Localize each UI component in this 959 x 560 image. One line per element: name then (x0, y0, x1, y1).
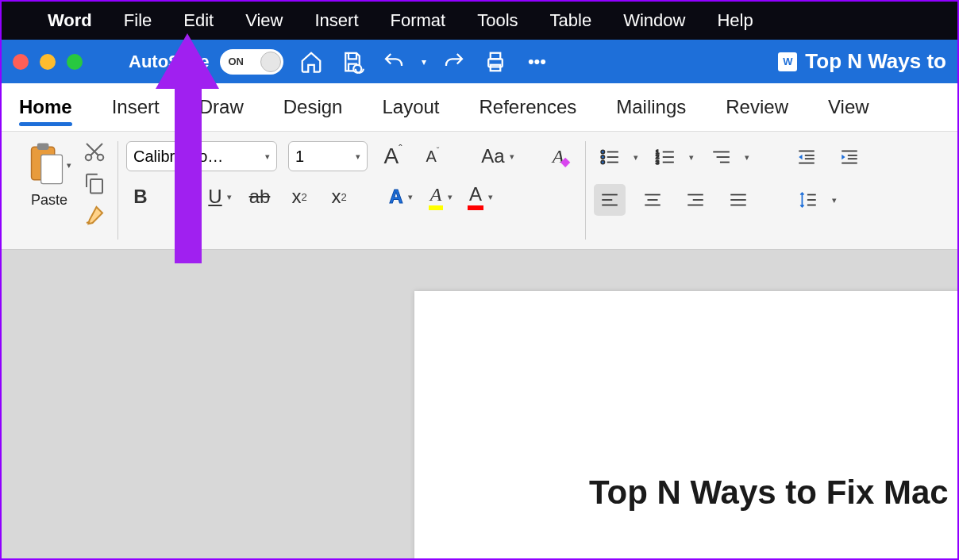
tab-draw[interactable]: Draw (199, 96, 244, 118)
tab-references[interactable]: References (480, 96, 577, 118)
menu-window[interactable]: Window (623, 10, 685, 31)
menu-insert[interactable]: Insert (314, 10, 358, 31)
bullets-dropdown[interactable]: ▾ (634, 152, 638, 163)
svg-point-10 (601, 150, 604, 153)
document-heading[interactable]: Top N Ways to Fix Mac (589, 474, 959, 512)
svg-point-12 (601, 155, 604, 159)
superscript-button[interactable]: x2 (325, 182, 353, 211)
svg-rect-3 (491, 64, 501, 71)
document-canvas[interactable]: Top N Ways to Fix Mac (2, 250, 957, 558)
minimize-window-button[interactable] (40, 54, 56, 70)
autosave-state: ON (228, 56, 244, 67)
menu-table[interactable]: Table (550, 10, 592, 31)
autosave-label: AutoSave (129, 52, 209, 72)
menu-tools[interactable]: Tools (477, 10, 518, 31)
autosave-toggle[interactable]: ON (220, 49, 283, 75)
undo-dropdown[interactable]: ▾ (422, 56, 426, 67)
font-color-button[interactable]: A▾ (466, 182, 495, 211)
align-center-button[interactable] (637, 184, 668, 216)
bullets-button[interactable] (594, 141, 626, 173)
undo-icon[interactable] (380, 48, 407, 75)
print-icon[interactable] (482, 48, 509, 75)
mac-menubar: Word File Edit View Insert Format Tools … (2, 2, 957, 40)
svg-rect-5 (37, 143, 49, 150)
line-spacing-dropdown[interactable]: ▾ (832, 195, 837, 205)
text-effects-button[interactable]: A▾ (387, 182, 415, 211)
tab-home[interactable]: Home (19, 96, 72, 118)
align-left-button[interactable] (594, 184, 626, 216)
svg-rect-2 (491, 52, 501, 59)
ribbon-tabs: Home Insert Draw Design Layout Reference… (2, 83, 957, 131)
toggle-knob (260, 52, 281, 72)
multilevel-list-button[interactable] (705, 141, 737, 173)
line-spacing-button[interactable] (792, 184, 824, 216)
ribbon: ▾ Paste Calibri (Bo…▾ 1▾ Aˆ Aˇ Aa▾ A◆ (2, 131, 957, 250)
font-size-select[interactable]: 1▾ (288, 141, 368, 171)
document-title-text: Top N Ways to (805, 49, 946, 74)
autosave-control: AutoSave ON (129, 49, 283, 75)
document-title[interactable]: W Top N Ways to (778, 49, 946, 74)
paste-label: Paste (31, 192, 67, 209)
document-page[interactable]: Top N Ways to Fix Mac (414, 291, 959, 560)
justify-button[interactable] (722, 184, 754, 216)
paragraph-group: ▾ 123▾ ▾ ▾ (586, 136, 873, 244)
italic-button[interactable]: I (166, 182, 194, 211)
word-file-icon: W (778, 52, 797, 71)
menu-file[interactable]: File (124, 10, 152, 31)
highlight-button[interactable]: A▾ (426, 182, 455, 211)
clear-formatting-button[interactable]: A◆ (549, 142, 577, 171)
copy-icon[interactable] (83, 171, 106, 198)
numbering-button[interactable]: 123 (649, 141, 681, 173)
bold-button[interactable]: B (126, 182, 155, 211)
svg-rect-6 (41, 155, 63, 184)
tab-mailings[interactable]: Mailings (616, 96, 686, 118)
font-size-value: 1 (295, 148, 304, 166)
clipboard-group: ▾ Paste (10, 136, 117, 244)
tab-insert[interactable]: Insert (112, 96, 160, 118)
tab-review[interactable]: Review (726, 96, 788, 118)
shrink-font-button[interactable]: Aˇ (418, 142, 447, 171)
grow-font-button[interactable]: Aˆ (379, 142, 407, 171)
home-icon[interactable] (298, 48, 325, 75)
numbering-dropdown[interactable]: ▾ (689, 152, 694, 163)
menu-format[interactable]: Format (391, 10, 446, 31)
redo-icon[interactable] (441, 48, 468, 75)
font-group: Calibri (Bo…▾ 1▾ Aˆ Aˇ Aa▾ A◆ B I U▾ ab … (118, 136, 585, 244)
menu-help[interactable]: Help (717, 10, 753, 31)
tab-view[interactable]: View (828, 96, 869, 118)
fullscreen-window-button[interactable] (67, 54, 83, 70)
save-icon[interactable] (339, 48, 366, 75)
increase-indent-button[interactable] (834, 141, 865, 173)
tab-design[interactable]: Design (283, 96, 343, 118)
subscript-button[interactable]: x2 (285, 182, 314, 211)
paste-icon[interactable] (27, 141, 67, 189)
app-menu[interactable]: Word (48, 10, 92, 31)
change-case-button[interactable]: Aa▾ (483, 142, 512, 171)
menu-edit[interactable]: Edit (183, 10, 214, 31)
cut-icon[interactable] (83, 140, 106, 167)
decrease-indent-button[interactable] (791, 141, 822, 173)
font-family-select[interactable]: Calibri (Bo…▾ (126, 141, 277, 171)
multilevel-dropdown[interactable]: ▾ (745, 152, 749, 163)
svg-rect-9 (91, 179, 102, 194)
font-family-value: Calibri (Bo… (133, 148, 223, 166)
close-window-button[interactable] (13, 54, 29, 70)
tab-layout[interactable]: Layout (382, 96, 439, 118)
svg-text:3: 3 (656, 159, 659, 166)
more-icon[interactable]: ••• (523, 48, 550, 75)
menu-view[interactable]: View (245, 10, 283, 31)
paste-dropdown[interactable]: ▾ (67, 160, 71, 171)
format-painter-icon[interactable] (83, 203, 106, 230)
window-controls (13, 54, 83, 70)
align-right-button[interactable] (680, 184, 711, 216)
strikethrough-button[interactable]: ab (245, 182, 274, 211)
titlebar: AutoSave ON ▾ ••• W Top N Ways to (2, 40, 957, 83)
svg-point-14 (601, 160, 604, 163)
underline-button[interactable]: U▾ (206, 182, 234, 211)
